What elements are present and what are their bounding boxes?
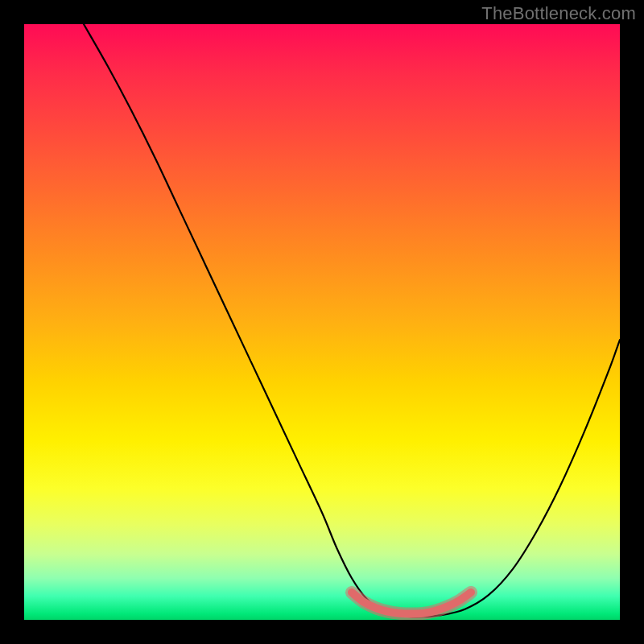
bottleneck-curve bbox=[84, 24, 620, 617]
chart-svg bbox=[24, 24, 620, 620]
chart-plot-area bbox=[24, 24, 620, 620]
watermark-text: TheBottleneck.com bbox=[481, 3, 636, 24]
chart-frame: TheBottleneck.com bbox=[0, 0, 644, 644]
